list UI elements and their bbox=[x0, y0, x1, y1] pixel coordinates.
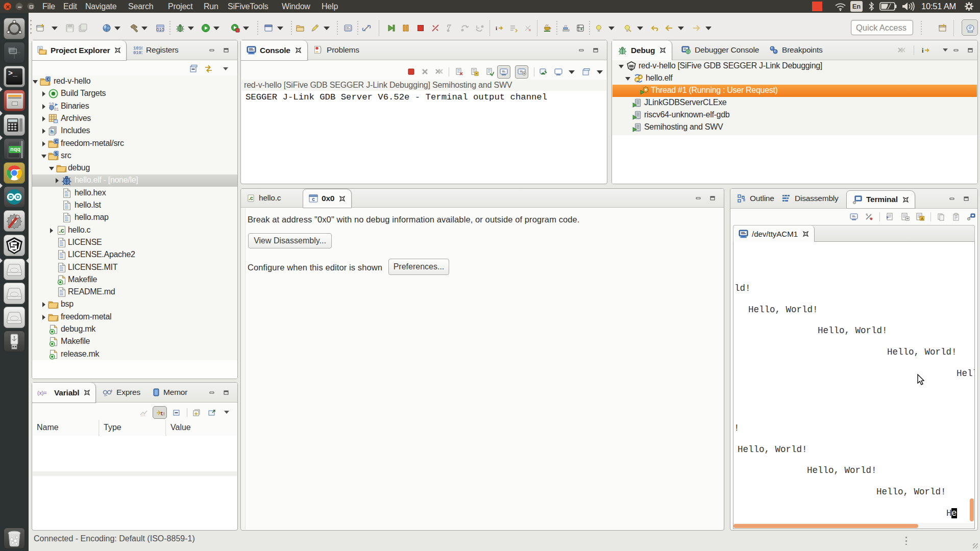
svg-text:01: 01 bbox=[54, 107, 59, 112]
svg-text:C: C bbox=[55, 139, 58, 144]
svg-text:ts: ts bbox=[160, 411, 164, 417]
svg-text:.c: .c bbox=[59, 227, 64, 234]
svg-text:x=: x= bbox=[104, 394, 108, 397]
svg-text:0101: 0101 bbox=[133, 51, 142, 55]
svg-text:.c: .c bbox=[249, 195, 253, 201]
svg-text:i: i bbox=[496, 25, 497, 31]
svg-text:C: C bbox=[46, 77, 50, 82]
svg-text:A: A bbox=[921, 217, 923, 220]
svg-text:i: i bbox=[922, 47, 924, 54]
svg-text:101: 101 bbox=[140, 414, 146, 417]
svg-text:010: 010 bbox=[156, 27, 164, 32]
svg-text:(x)=: (x)= bbox=[37, 390, 46, 396]
svg-text:h: h bbox=[51, 129, 54, 135]
svg-text:c: c bbox=[312, 196, 315, 202]
